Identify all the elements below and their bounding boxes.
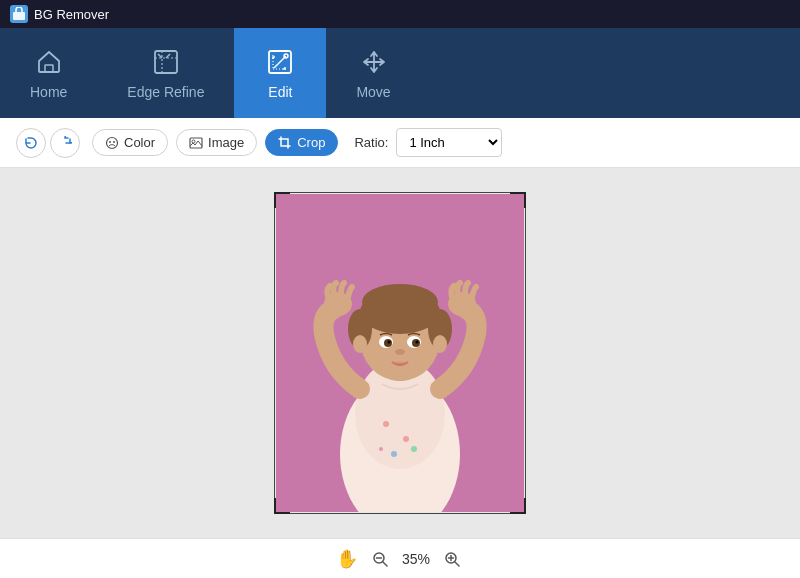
- nav-edge-refine[interactable]: Edge Refine: [97, 28, 234, 118]
- hand-icon: ✋: [336, 548, 358, 570]
- color-label: Color: [124, 135, 155, 150]
- crop-label: Crop: [297, 135, 325, 150]
- home-icon: [33, 46, 65, 78]
- svg-point-25: [362, 284, 438, 320]
- svg-point-32: [395, 349, 405, 355]
- canvas-area: [0, 168, 800, 538]
- nav-move[interactable]: Move: [326, 28, 420, 118]
- svg-line-38: [383, 562, 387, 566]
- nav-home[interactable]: Home: [0, 28, 97, 118]
- crop-button[interactable]: Crop: [265, 129, 338, 156]
- move-icon: [358, 46, 390, 78]
- image-icon: [189, 136, 203, 150]
- svg-point-33: [353, 335, 367, 353]
- color-icon: [105, 136, 119, 150]
- nav-home-label: Home: [30, 84, 67, 100]
- app-icon: [10, 5, 28, 23]
- nav-edit-label: Edit: [268, 84, 292, 100]
- svg-rect-0: [13, 12, 25, 20]
- app-title-text: BG Remover: [34, 7, 109, 22]
- svg-point-34: [433, 335, 447, 353]
- edge-refine-icon: [150, 46, 182, 78]
- svg-point-8: [109, 141, 111, 143]
- svg-point-9: [113, 141, 115, 143]
- image-container: [276, 194, 524, 512]
- color-button[interactable]: Color: [92, 129, 168, 156]
- redo-button[interactable]: [50, 128, 80, 158]
- svg-point-31: [416, 341, 419, 344]
- image-label: Image: [208, 135, 244, 150]
- ratio-select[interactable]: 1 Inch 2 Inch Passport Custom: [396, 128, 502, 157]
- undo-redo-group: [16, 128, 80, 158]
- undo-button[interactable]: [16, 128, 46, 158]
- svg-point-18: [411, 446, 417, 452]
- image-button[interactable]: Image: [176, 129, 257, 156]
- edit-icon: [264, 46, 296, 78]
- svg-point-30: [388, 341, 391, 344]
- nav-edit[interactable]: Edit: [234, 28, 326, 118]
- nav-edge-refine-label: Edge Refine: [127, 84, 204, 100]
- ratio-label: Ratio:: [354, 135, 388, 150]
- top-nav: Home Edge Refine Edit: [0, 28, 800, 118]
- title-bar: BG Remover: [0, 0, 800, 28]
- nav-move-label: Move: [356, 84, 390, 100]
- svg-point-11: [192, 140, 195, 143]
- svg-point-16: [403, 436, 409, 442]
- status-bar: ✋ 35%: [0, 538, 800, 578]
- zoom-out-button[interactable]: [368, 547, 392, 571]
- image-bg: [276, 194, 524, 512]
- toolbar: Color Image Crop Ratio: 1 Inch 2 Inch Pa…: [0, 118, 800, 168]
- svg-point-17: [391, 451, 397, 457]
- child-image: [276, 194, 524, 512]
- zoom-percent: 35%: [402, 551, 430, 567]
- zoom-in-button[interactable]: [440, 547, 464, 571]
- svg-line-41: [455, 562, 459, 566]
- svg-rect-1: [45, 65, 53, 72]
- svg-point-7: [107, 137, 118, 148]
- svg-point-19: [379, 447, 383, 451]
- crop-icon: [278, 136, 292, 150]
- svg-point-15: [383, 421, 389, 427]
